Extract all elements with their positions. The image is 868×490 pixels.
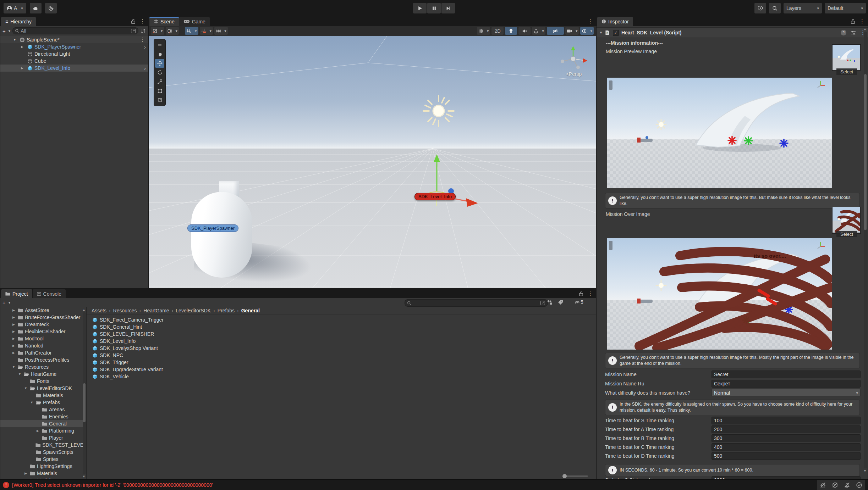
folder-row[interactable]: ▶ AssetStore bbox=[0, 307, 86, 314]
folder-row[interactable]: ▶ PostProcessProfiles bbox=[0, 356, 86, 363]
folder-expand-icon[interactable]: ▶ bbox=[35, 429, 40, 433]
help-icon[interactable]: ? bbox=[841, 30, 846, 35]
step-button[interactable] bbox=[441, 3, 455, 13]
folder-row[interactable]: ▶ Sprites bbox=[0, 456, 86, 463]
kebab-menu-icon[interactable]: ⋮ bbox=[859, 18, 865, 24]
layout-dropdown[interactable]: Default ▾ bbox=[825, 3, 866, 13]
folder-row[interactable]: ▶ Arenas bbox=[0, 406, 86, 413]
component-header[interactable]: ▼ # ✓ Heart_SDK_Level (Script) ? ⋮ bbox=[597, 27, 868, 38]
number-input[interactable]: 200 bbox=[712, 425, 861, 433]
undo-history-button[interactable] bbox=[754, 3, 766, 13]
file-row[interactable]: SDK_Vehicle bbox=[87, 373, 596, 380]
folder-row[interactable]: ▶ ModTool bbox=[0, 335, 86, 342]
debugger-muted-icon[interactable] bbox=[820, 482, 826, 488]
folder-expand-icon[interactable]: ▶ bbox=[11, 330, 16, 333]
camera-settings-button[interactable]: ▾ bbox=[565, 27, 579, 35]
search-by-type-icon[interactable] bbox=[547, 300, 552, 305]
scroll-down-icon[interactable]: ▼ bbox=[863, 469, 867, 473]
tree-scrollbar[interactable] bbox=[83, 312, 86, 474]
view-tool-button[interactable] bbox=[155, 50, 164, 59]
grid-visibility-button[interactable]: ▾ bbox=[185, 27, 198, 35]
create-asset-button[interactable]: + ▾ bbox=[2, 300, 10, 306]
scroll-up-icon[interactable]: ▲ bbox=[82, 308, 86, 312]
kebab-menu-icon[interactable]: ⋮ bbox=[140, 37, 145, 43]
scroll-up-icon[interactable]: ▲ bbox=[863, 27, 867, 31]
folder-expand-icon[interactable]: ▶ bbox=[11, 308, 16, 312]
folder-expand-icon[interactable]: ▼ bbox=[29, 401, 34, 404]
effects-button[interactable]: ▾ bbox=[532, 27, 545, 35]
shading-mode-button[interactable]: ▾ bbox=[477, 27, 490, 35]
hierarchy-search-input[interactable]: All bbox=[12, 27, 138, 34]
number-input[interactable]: 500 bbox=[712, 452, 861, 460]
account-button[interactable]: A ▾ bbox=[4, 3, 26, 13]
global-search-button[interactable] bbox=[769, 3, 781, 13]
folder-row[interactable]: ▶ Nanolod bbox=[0, 342, 86, 349]
progress-ok-icon[interactable] bbox=[856, 482, 862, 488]
sort-icon[interactable] bbox=[141, 28, 146, 34]
search-by-label-icon[interactable] bbox=[558, 300, 563, 305]
hierarchy-item[interactable]: ▶ Cube › bbox=[0, 57, 148, 65]
folder-row[interactable]: ▶ Materials bbox=[0, 470, 86, 477]
file-row[interactable]: SDK_Level_Info bbox=[87, 338, 596, 345]
hierarchy-item[interactable]: ▶ SDK_PlayerSpawner › bbox=[0, 43, 148, 50]
tool-handle-position-button[interactable]: ▾ bbox=[151, 27, 164, 35]
lock-icon[interactable] bbox=[579, 291, 584, 296]
folder-expand-icon[interactable]: ▶ bbox=[23, 472, 28, 475]
foldout-open-icon[interactable]: ▼ bbox=[599, 31, 603, 34]
player-spawner-label[interactable]: SDK_PlayerSpawner bbox=[187, 224, 238, 232]
player-spawner-capsule[interactable] bbox=[191, 192, 252, 278]
scrollbar-thumb[interactable] bbox=[83, 383, 86, 422]
mission-preview-image[interactable] bbox=[607, 78, 832, 188]
kebab-menu-icon[interactable]: ⋮ bbox=[140, 18, 145, 24]
expand-arrow-icon[interactable]: ▶ bbox=[21, 45, 26, 49]
snap-settings-button[interactable]: ▾ bbox=[200, 27, 213, 35]
folder-expand-icon[interactable]: ▶ bbox=[11, 351, 16, 355]
file-row[interactable]: SDK_UpgradeStatue Variant bbox=[87, 366, 596, 373]
folder-expand-icon[interactable]: ▼ bbox=[23, 386, 28, 390]
number-input[interactable]: 3000 bbox=[712, 476, 861, 479]
hierarchy-item[interactable]: ▶ SDK_Level_Info › bbox=[0, 65, 148, 72]
gizmos-button[interactable]: ▾ bbox=[580, 27, 594, 35]
select-button[interactable]: Select bbox=[836, 231, 857, 237]
scene-visibility-button[interactable] bbox=[547, 27, 564, 35]
scene-viewport[interactable]: SDK_PlayerSpawner SDK_Level_Info bbox=[149, 36, 596, 289]
folder-row[interactable]: ▶ General bbox=[0, 420, 86, 427]
version-control-button[interactable] bbox=[45, 3, 57, 13]
file-row[interactable]: SDK_General_Hint bbox=[87, 323, 596, 330]
hierarchy-scene-row[interactable]: ▼ SampleScene* ⋮ bbox=[0, 36, 148, 43]
folder-row[interactable]: ▶ Materials bbox=[0, 392, 86, 399]
tab-console[interactable]: Console bbox=[33, 289, 66, 298]
tab-project[interactable]: Project bbox=[1, 289, 32, 298]
folder-expand-icon[interactable]: ▼ bbox=[17, 372, 22, 376]
scale-tool-button[interactable] bbox=[155, 77, 164, 86]
folder-row[interactable]: ▶ Platforming bbox=[0, 427, 86, 434]
folder-expand-icon[interactable]: ▶ bbox=[11, 323, 16, 326]
expand-arrow-icon[interactable]: ▶ bbox=[21, 66, 26, 70]
mission-preview-thumbnail[interactable] bbox=[832, 44, 861, 71]
folder-row[interactable]: ▶ SpawnScripts bbox=[0, 449, 86, 456]
component-enabled-checkbox[interactable]: ✓ bbox=[613, 30, 619, 36]
number-input[interactable]: 300 bbox=[712, 434, 861, 442]
text-input[interactable]: Secret bbox=[712, 371, 861, 378]
mission-over-thumbnail[interactable] bbox=[832, 207, 861, 234]
folder-expand-icon[interactable]: ▶ bbox=[11, 337, 16, 340]
cloud-button[interactable] bbox=[30, 3, 42, 13]
breadcrumb-item[interactable]: Resources › bbox=[113, 308, 144, 313]
package-muted-icon[interactable] bbox=[832, 482, 838, 488]
presets-icon[interactable] bbox=[851, 30, 856, 35]
chevron-right-icon[interactable]: › bbox=[144, 65, 146, 71]
tab-inspector[interactable]: Inspector bbox=[597, 17, 633, 26]
file-row[interactable]: SDK_LEVEL_FINISHER bbox=[87, 330, 596, 338]
scrollbar-thumb[interactable] bbox=[864, 74, 867, 230]
file-row[interactable]: SDK_NPC bbox=[87, 352, 596, 359]
add-gameobject-button[interactable]: + ▾ bbox=[2, 28, 10, 34]
file-row[interactable]: SDK_Fixed_Camera_Trigger bbox=[87, 316, 596, 323]
folder-row[interactable]: ▼ LevelEditorSDK bbox=[0, 385, 86, 392]
tool-handle-rotation-button[interactable]: ▾ bbox=[166, 27, 179, 35]
slider-knob[interactable] bbox=[562, 474, 567, 478]
notifications-muted-icon[interactable] bbox=[844, 482, 850, 488]
text-input[interactable]: Секрет bbox=[712, 380, 861, 388]
mission-over-image[interactable] bbox=[607, 238, 832, 350]
breadcrumb-item[interactable]: Assets › bbox=[92, 308, 113, 313]
select-button[interactable]: Select bbox=[836, 68, 857, 75]
